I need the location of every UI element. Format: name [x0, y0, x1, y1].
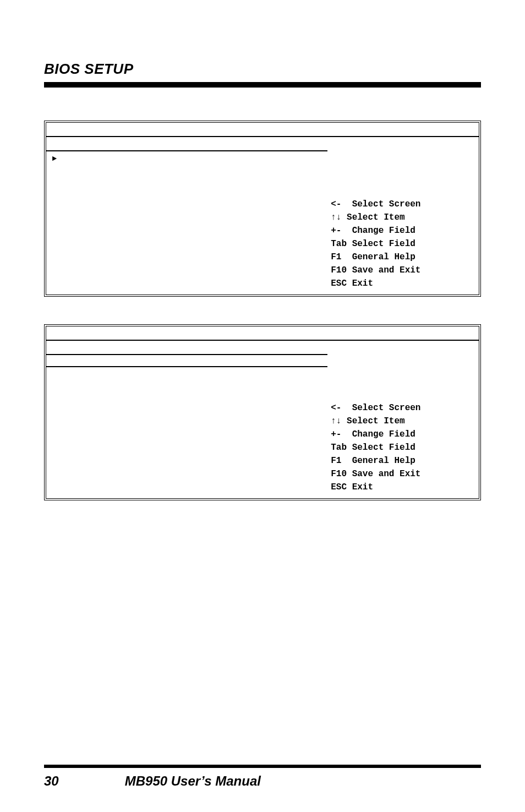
help-esc-exit: ESC Exit [331, 481, 475, 494]
header-rule [44, 82, 481, 88]
help-general-help: F1 General Help [331, 250, 475, 264]
help-select-item: ↑↓ Select Item [331, 415, 475, 428]
help-select-screen: <- Select Screen [331, 198, 475, 211]
help-save-exit: F10 Save and Exit [331, 467, 475, 481]
page-number: 30 [44, 773, 59, 789]
help-select-screen: <- Select Screen [331, 401, 475, 415]
bios-subhead-row [46, 341, 479, 355]
bios-help-right: <- Select Screen ↑↓ Select Item +- Chang… [327, 355, 479, 498]
help-change-field: +- Change Field [331, 224, 475, 237]
bios-help-right: <- Select Screen ↑↓ Select Item +- Chang… [327, 151, 479, 295]
help-general-help: F1 General Help [331, 454, 475, 467]
bios-content-left [46, 355, 327, 498]
bios-title-row [46, 123, 479, 137]
help-tab-select: Tab Select Field [331, 237, 475, 250]
bios-subhead-row [46, 137, 479, 151]
page-footer: 30 MB950 User’s Manual [44, 768, 481, 789]
manual-title: MB950 User’s Manual [125, 773, 261, 789]
submenu-marker-icon: ► [50, 154, 59, 163]
bios-box-2: <- Select Screen ↑↓ Select Item +- Chang… [44, 324, 481, 500]
page-header: BIOS SETUP [44, 61, 481, 78]
help-select-item: ↑↓ Select Item [331, 211, 475, 224]
help-change-field: +- Change Field [331, 428, 475, 441]
help-save-exit: F10 Save and Exit [331, 264, 475, 277]
bios-content-left: ► [46, 151, 327, 295]
bios-box-1: ► <- Select Screen ↑↓ Select Item +- Cha… [44, 121, 481, 297]
help-tab-select: Tab Select Field [331, 441, 475, 454]
bios-title-row [46, 326, 479, 341]
help-esc-exit: ESC Exit [331, 277, 475, 290]
